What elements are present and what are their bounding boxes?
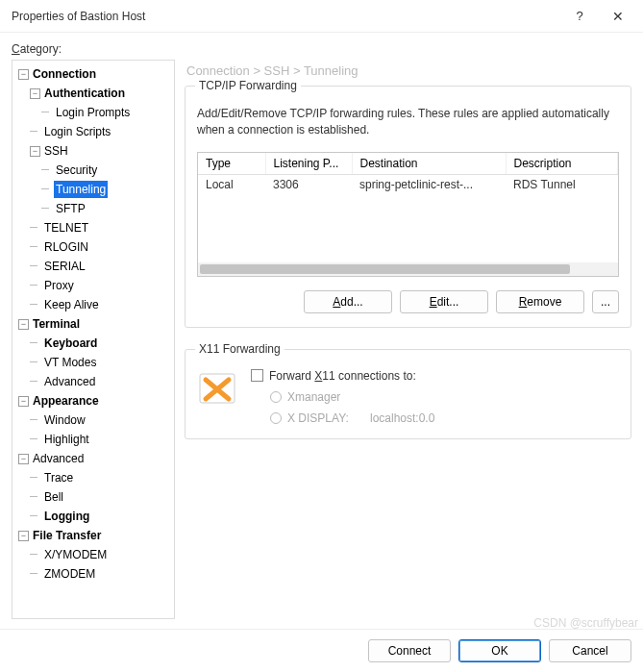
tree-terminal[interactable]: Terminal [31, 315, 82, 333]
radio-icon [270, 391, 282, 403]
table-row[interactable]: Local 3306 spring-petclinic-rest-... RDS… [198, 174, 618, 194]
tree-branch-icon [41, 185, 52, 195]
tree-vt-modes[interactable]: VT Modes [42, 354, 98, 371]
tree-keyboard[interactable]: Keyboard [42, 335, 99, 352]
tcpip-description: Add/Edit/Remove TCP/IP forwarding rules.… [197, 106, 619, 138]
cell-type: Local [198, 174, 265, 194]
tree-branch-icon [30, 473, 40, 484]
tree-appearance[interactable]: Appearance [31, 392, 101, 410]
connect-button[interactable]: Connect [368, 639, 451, 662]
tree-branch-icon [41, 165, 52, 176]
category-label: Category: [12, 42, 631, 56]
tree-branch-icon [30, 338, 40, 349]
add-button[interactable]: Add... [304, 290, 392, 313]
tree-xymodem[interactable]: X/YMODEM [42, 546, 109, 563]
tree-zmodem[interactable]: ZMODEM [42, 565, 97, 583]
xmanager-label: Xmanager [287, 390, 340, 404]
window-title: Properties of Bastion Host [12, 10, 560, 23]
tree-branch-icon [41, 108, 52, 118]
edit-button[interactable]: Edit... [400, 290, 488, 313]
tree-file-transfer[interactable]: File Transfer [31, 527, 103, 544]
cell-description: RDS Tunnel [506, 174, 618, 194]
tree-login-prompts[interactable]: Login Prompts [54, 104, 132, 121]
category-tree[interactable]: −Connection −Authentication Login Prompt… [12, 60, 175, 619]
collapse-icon[interactable]: − [30, 146, 40, 157]
tree-branch-icon [30, 550, 40, 560]
tree-bell[interactable]: Bell [42, 488, 65, 506]
col-destination[interactable]: Destination [352, 153, 506, 175]
tree-security[interactable]: Security [54, 162, 99, 179]
tree-branch-icon [30, 223, 40, 234]
tree-connection[interactable]: Connection [31, 65, 98, 83]
tree-branch-icon [30, 569, 40, 580]
tree-branch-icon [30, 435, 40, 445]
tree-login-scripts[interactable]: Login Scripts [42, 123, 112, 140]
tree-rlogin[interactable]: RLOGIN [42, 238, 90, 256]
tree-ssh[interactable]: SSH [42, 142, 70, 160]
tree-serial[interactable]: SERIAL [42, 258, 87, 275]
tree-tunneling[interactable]: Tunneling [54, 181, 108, 198]
close-button[interactable]: ✕ [599, 2, 637, 31]
collapse-icon[interactable]: − [18, 531, 29, 541]
tree-logging[interactable]: Logging [42, 508, 91, 525]
tcpip-forwarding-group: TCP/IP Forwarding Add/Edit/Remove TCP/IP… [185, 86, 631, 328]
tree-branch-icon [30, 281, 40, 291]
more-button[interactable]: ... [592, 290, 619, 313]
xdisplay-label: X DISPLAY: [287, 411, 364, 425]
cell-listening: 3306 [265, 174, 352, 194]
table-header-row: Type Listening P... Destination Descript… [198, 153, 618, 175]
forward-x11-label: Forward X11 connections to: [269, 369, 416, 383]
collapse-icon[interactable]: − [18, 69, 29, 80]
horizontal-scrollbar[interactable] [198, 262, 618, 276]
tree-trace[interactable]: Trace [42, 469, 75, 486]
col-description[interactable]: Description [506, 153, 618, 175]
tree-keep-alive[interactable]: Keep Alive [42, 296, 101, 313]
collapse-icon[interactable]: − [18, 396, 29, 407]
xdisplay-radio: X DISPLAY: localhost:0.0 [270, 411, 619, 425]
tree-branch-icon [30, 261, 40, 272]
tree-branch-icon [30, 300, 40, 311]
radio-icon [270, 412, 282, 424]
xmanager-icon [197, 369, 237, 410]
cell-destination: spring-petclinic-rest-... [352, 174, 506, 194]
tree-authentication[interactable]: Authentication [42, 85, 127, 102]
tree-branch-icon [30, 415, 40, 426]
tcpip-group-label: TCP/IP Forwarding [195, 79, 301, 92]
xmanager-radio: Xmanager [270, 390, 619, 404]
remove-button[interactable]: Remove [496, 290, 584, 313]
dialog-footer: Connect OK Cancel [0, 629, 643, 672]
ok-button[interactable]: OK [458, 639, 541, 662]
help-button[interactable]: ? [560, 2, 599, 31]
tree-advanced[interactable]: Advanced [31, 450, 86, 467]
tree-sftp[interactable]: SFTP [54, 200, 87, 217]
tree-telnet[interactable]: TELNET [42, 219, 90, 236]
col-type[interactable]: Type [198, 153, 265, 175]
cancel-button[interactable]: Cancel [549, 639, 631, 662]
tree-branch-icon [30, 492, 40, 503]
tree-advanced-term[interactable]: Advanced [42, 373, 97, 390]
tree-window[interactable]: Window [42, 411, 87, 429]
tree-branch-icon [30, 377, 40, 387]
checkbox-icon [251, 369, 263, 382]
tree-branch-icon [30, 242, 40, 253]
collapse-icon[interactable]: − [18, 319, 29, 330]
tree-highlight[interactable]: Highlight [42, 431, 91, 448]
collapse-icon[interactable]: − [18, 454, 29, 464]
x11-forwarding-group: X11 Forwarding Forward X11 connections t… [185, 349, 631, 439]
forwarding-rules-table[interactable]: Type Listening P... Destination Descript… [197, 152, 619, 277]
tree-proxy[interactable]: Proxy [42, 277, 76, 294]
x11-group-label: X11 Forwarding [195, 342, 284, 356]
tree-branch-icon [41, 204, 52, 214]
tree-branch-icon [30, 127, 40, 137]
col-listening[interactable]: Listening P... [265, 153, 352, 175]
xdisplay-value: localhost:0.0 [370, 411, 434, 425]
collapse-icon[interactable]: − [30, 88, 40, 99]
forward-x11-checkbox[interactable]: Forward X11 connections to: [251, 369, 619, 383]
tree-branch-icon [30, 358, 40, 368]
titlebar: Properties of Bastion Host ? ✕ [0, 0, 643, 33]
tree-branch-icon [30, 511, 40, 522]
